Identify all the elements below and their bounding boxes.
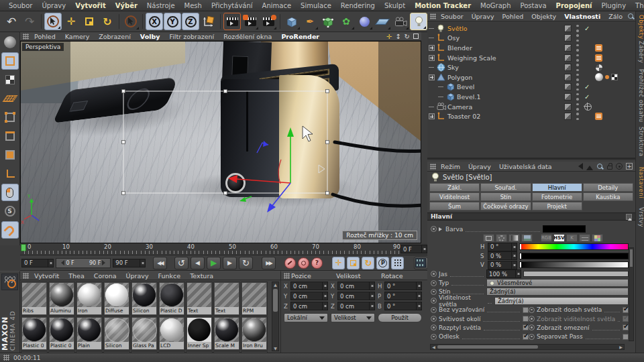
pos-y-field[interactable]: 0 cm (290, 292, 328, 300)
side-tab-vrstvy[interactable]: Vrstvy (636, 207, 644, 227)
light-type-dropdown[interactable]: Všesměrové (486, 279, 629, 287)
keyframe-radio-icon[interactable] (431, 324, 437, 330)
image-icon[interactable] (521, 234, 533, 242)
material-item[interactable]: Iron Bru (241, 316, 268, 351)
material-item[interactable]: Glass Pa (131, 316, 158, 351)
checkbox[interactable]: ✔ (523, 334, 529, 340)
panel-grip-icon[interactable] (284, 273, 290, 279)
object-row-toaster[interactable]: Toaster 02 (427, 111, 635, 121)
tab-stin[interactable]: Stín (480, 192, 531, 201)
hsv-mode-button[interactable]: HSV (553, 234, 565, 242)
rgb-mode-button[interactable]: RGB (541, 234, 552, 242)
brightness-slider[interactable] (523, 271, 629, 277)
spinner-icon[interactable] (421, 245, 427, 253)
menu-postava[interactable]: Postava (516, 2, 551, 9)
menu-mesh[interactable]: Mesh (180, 2, 207, 9)
gradient-icon[interactable] (508, 234, 520, 242)
keyframe-radio-icon[interactable] (431, 307, 437, 313)
selection-bounding-box[interactable] (123, 91, 327, 193)
vp-pan-icon[interactable]: ✛ (386, 33, 392, 40)
tab-zakl[interactable]: Zákl. (429, 183, 480, 192)
om-menu-zalozky[interactable]: Zálo (605, 13, 626, 20)
material-item[interactable]: Inner Sp (186, 316, 213, 351)
axis-mode-button[interactable] (1, 165, 19, 182)
mat-menu-corona[interactable]: Corona (90, 272, 121, 280)
mat-menu-thea[interactable]: Thea (64, 272, 89, 280)
snap-toggle-button[interactable] (1, 221, 19, 239)
object-row-polygon[interactable]: Polygon (427, 72, 635, 82)
record-parameter-button[interactable]: P (376, 257, 389, 269)
spinner-icon[interactable] (515, 270, 521, 278)
spline-pen-button[interactable] (301, 13, 319, 30)
keyframe-radio-icon[interactable] (529, 324, 535, 330)
spinner-icon[interactable] (369, 292, 374, 300)
spinner-icon[interactable] (48, 259, 53, 267)
saturation-field[interactable]: 0 % (488, 251, 517, 260)
target-icon[interactable] (616, 163, 623, 170)
visibility-dots[interactable] (576, 103, 579, 111)
layer-swatch[interactable] (564, 64, 572, 71)
show-light-range-row[interactable]: Zobrazit dosah světla ✔ (529, 306, 629, 313)
make-editable-button[interactable] (1, 34, 19, 51)
rot-b-field[interactable]: 0 ° (384, 302, 422, 310)
size-mode-dropdown[interactable]: Velikost (331, 313, 375, 322)
swatches-icon[interactable] (592, 234, 603, 242)
go-to-end-button[interactable] (262, 257, 276, 269)
last-tool-button[interactable] (122, 13, 140, 30)
play-button[interactable] (207, 257, 221, 269)
sky-tag-icon[interactable] (595, 64, 603, 72)
record-rotation-button[interactable] (362, 257, 374, 269)
range-right-handle[interactable] (102, 260, 108, 265)
material-item[interactable]: LCD (158, 316, 185, 351)
annotation-tag-icon[interactable] (595, 54, 602, 62)
keyframe-radio-icon[interactable] (431, 334, 437, 340)
mat-menu-upravy[interactable]: Úpravy (122, 272, 153, 280)
tab-kaustika[interactable]: Kaustika (583, 192, 633, 201)
object-row-svetlo[interactable]: Světlo ✓ (427, 23, 635, 34)
vp-maximize-icon[interactable] (413, 34, 419, 39)
keyframe-radio-icon[interactable] (529, 307, 535, 313)
ambient-illumination-row[interactable]: Svítivost okolí (431, 316, 529, 322)
spinner-icon[interactable] (511, 252, 517, 259)
material-item[interactable]: Text (186, 282, 213, 316)
object-row-weighing-scale[interactable]: Weighing Scale (427, 53, 635, 63)
material-item[interactable]: Iron (76, 282, 103, 316)
saturation-bar[interactable] (519, 253, 629, 259)
menu-skulpt[interactable]: Skulpt (380, 2, 410, 9)
layer-swatch[interactable] (564, 83, 572, 90)
checkbox[interactable] (623, 334, 629, 340)
specular-row[interactable]: Odlesk ✔ (431, 333, 529, 340)
visibility-dots[interactable] (576, 83, 579, 90)
visibility-dots[interactable] (576, 64, 579, 71)
material-item[interactable]: Diffuse (103, 282, 130, 316)
keyframe-radio-icon[interactable] (431, 280, 437, 286)
enable-check-icon[interactable]: ✓ (584, 25, 590, 32)
end-frame-field[interactable]: 90 F (113, 259, 145, 267)
scrollbar-thumb[interactable] (630, 249, 633, 267)
keyframe-radio-icon[interactable] (529, 334, 535, 340)
record-keyframe-button[interactable] (284, 257, 296, 269)
material-item[interactable]: Plain (76, 316, 103, 351)
panel-grip-icon[interactable] (23, 34, 29, 40)
current-frame-field[interactable]: 0 F (21, 259, 54, 267)
shadow-dropdown[interactable]: Žádný(á) (486, 288, 629, 296)
vp-menu-kamery[interactable]: Kamery (61, 33, 94, 40)
material-item[interactable]: Plastic 0 (48, 316, 75, 351)
kelvin-mode-button[interactable]: K (566, 234, 578, 242)
material-item[interactable]: Text (213, 282, 240, 316)
keyframe-radio-icon[interactable] (431, 271, 437, 277)
side-tab-zabery[interactable]: Záběry (636, 41, 644, 63)
point-level-animation-button[interactable] (391, 257, 404, 269)
workplane-mode-button[interactable] (1, 90, 19, 107)
spinner-icon[interactable] (511, 261, 517, 269)
vp-menu-pohled[interactable]: Pohled (30, 33, 60, 40)
move-tool-button[interactable] (62, 13, 80, 30)
spinner-icon[interactable] (416, 302, 421, 310)
checkbox[interactable]: ✔ (623, 316, 629, 322)
annotation-tag-icon[interactable] (595, 44, 602, 52)
lock-x-axis-button[interactable]: X (146, 13, 163, 30)
panel-grip-icon[interactable] (23, 273, 29, 279)
menu-nastroje[interactable]: Nástroje (142, 2, 180, 9)
side-tab-struktura[interactable]: Struktura (636, 127, 644, 156)
menu-mograph[interactable]: MoGraph (476, 2, 515, 9)
